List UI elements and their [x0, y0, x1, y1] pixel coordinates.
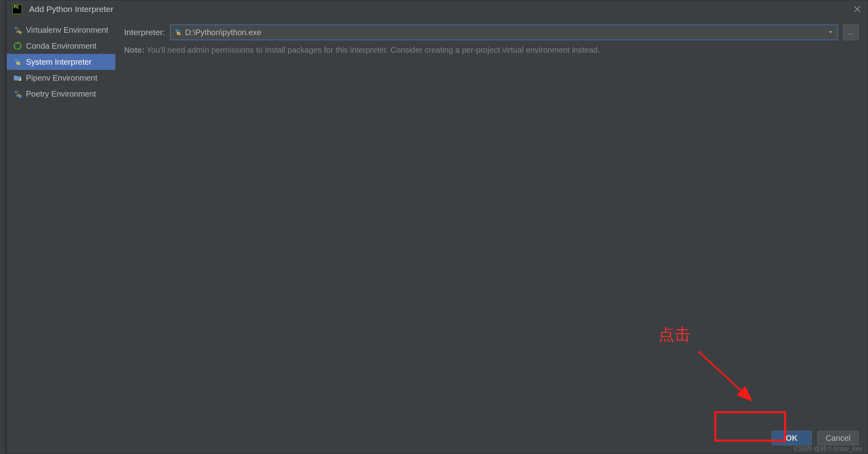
app-icon: PC — [12, 4, 22, 14]
sidebar-item-system[interactable]: System Interpreter — [7, 54, 115, 70]
conda-icon — [13, 42, 22, 50]
svg-text:V: V — [20, 31, 22, 34]
sidebar-item-label: System Interpreter — [26, 57, 92, 67]
python-poetry-icon — [13, 89, 22, 98]
sidebar-item-label: Pipenv Environment — [26, 73, 97, 83]
main-panel: Interpreter: D:\Python\python.exe — [115, 18, 868, 428]
titlebar: PC Add Python Interpreter — [7, 0, 868, 18]
interpreter-path-text: D:\Python\python.exe — [185, 28, 828, 37]
close-icon — [854, 6, 861, 13]
ok-button[interactable]: OK — [772, 431, 812, 445]
svg-point-6 — [19, 95, 22, 98]
note-text: Note: You'll need admin permissions to i… — [124, 44, 859, 56]
dialog-footer: OK Cancel — [7, 428, 868, 454]
add-interpreter-dialog: PC Add Python Interpreter V Virtualenv E… — [6, 0, 868, 454]
sidebar-item-virtualenv[interactable]: V Virtualenv Environment — [7, 22, 115, 38]
dropdown-arrow-icon — [828, 29, 834, 36]
folder-python-icon — [13, 73, 22, 82]
python-icon — [174, 28, 182, 36]
sidebar-item-poetry[interactable]: Poetry Environment — [7, 86, 115, 102]
close-button[interactable] — [852, 4, 862, 14]
sidebar-item-label: Poetry Environment — [26, 89, 96, 99]
dialog-body: V Virtualenv Environment Conda Environme… — [7, 18, 868, 428]
sidebar-item-pipenv[interactable]: Pipenv Environment — [7, 70, 115, 86]
svg-point-3 — [14, 43, 21, 50]
sidebar-item-label: Virtualenv Environment — [26, 26, 108, 35]
python-v-icon: V — [13, 26, 22, 34]
interpreter-row: Interpreter: D:\Python\python.exe — [124, 24, 859, 40]
browse-button[interactable]: ... — [843, 24, 859, 40]
ellipsis-icon: ... — [848, 29, 853, 36]
note-prefix: Note: — [124, 46, 144, 54]
note-body: You'll need admin permissions to install… — [144, 46, 600, 54]
sidebar-item-conda[interactable]: Conda Environment — [7, 38, 115, 54]
python-icon — [13, 57, 22, 66]
cancel-button[interactable]: Cancel — [817, 431, 859, 445]
interpreter-label: Interpreter: — [124, 28, 165, 37]
sidebar: V Virtualenv Environment Conda Environme… — [7, 18, 115, 428]
dialog-title: Add Python Interpreter — [29, 4, 113, 14]
watermark: CSDN @帅小伙low_key — [794, 445, 862, 453]
sidebar-item-label: Conda Environment — [26, 42, 97, 51]
interpreter-combobox[interactable]: D:\Python\python.exe — [170, 24, 838, 40]
svg-point-5 — [18, 77, 20, 80]
